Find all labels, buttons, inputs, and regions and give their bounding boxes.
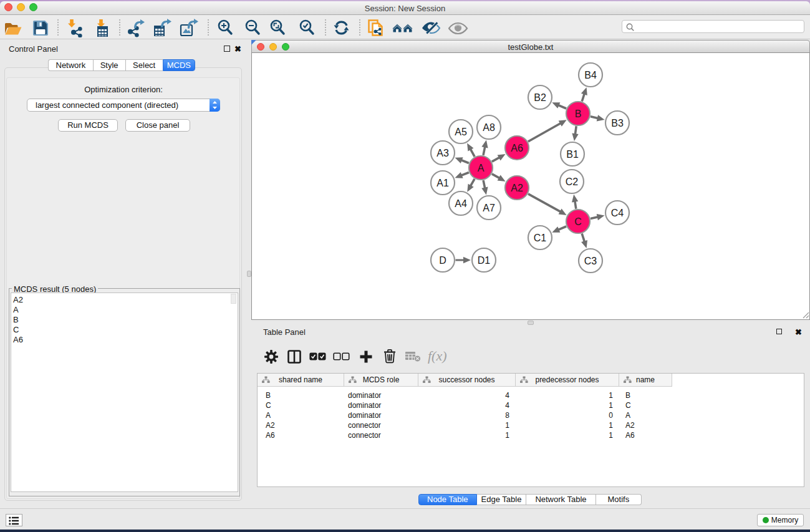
- svg-text:A7: A7: [483, 203, 495, 213]
- svg-text:A1: A1: [436, 178, 449, 188]
- svg-text:C1: C1: [534, 233, 547, 243]
- svg-text:D: D: [439, 255, 446, 266]
- svg-text:C4: C4: [611, 208, 624, 218]
- svg-text:A: A: [478, 163, 485, 173]
- svg-text:A8: A8: [483, 122, 495, 133]
- svg-text:C3: C3: [584, 256, 597, 266]
- svg-text:A4: A4: [455, 198, 467, 209]
- svg-text:A3: A3: [436, 148, 449, 158]
- svg-text:D1: D1: [478, 255, 491, 266]
- svg-text:B1: B1: [566, 149, 579, 160]
- svg-text:C: C: [574, 216, 582, 227]
- svg-text:B3: B3: [611, 118, 624, 128]
- svg-text:A6: A6: [511, 143, 523, 153]
- svg-text:B4: B4: [584, 70, 597, 80]
- svg-text:C2: C2: [566, 177, 579, 187]
- svg-text:A5: A5: [455, 127, 467, 137]
- svg-text:A2: A2: [511, 183, 523, 193]
- svg-text:B: B: [575, 109, 582, 119]
- svg-text:B2: B2: [534, 92, 546, 103]
